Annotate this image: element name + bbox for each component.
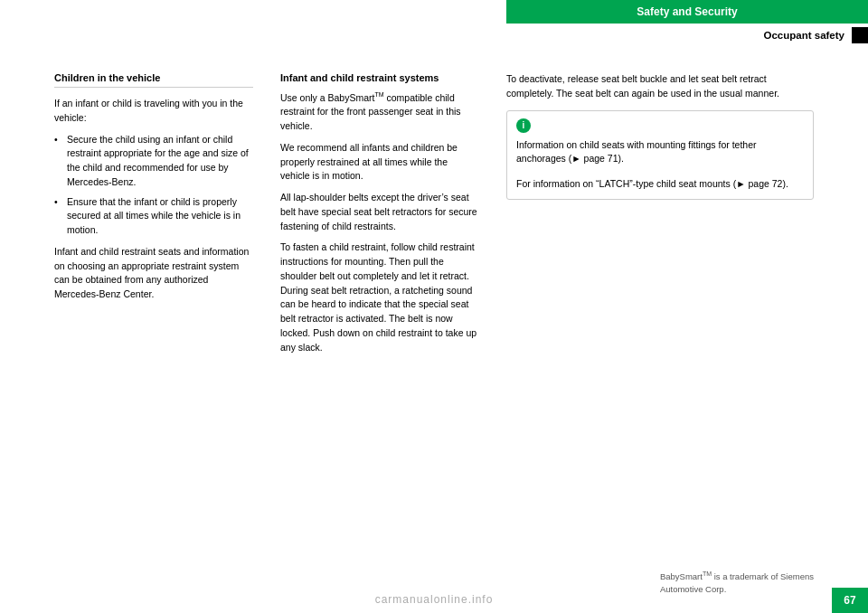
- footer-area: BabySmartTM is a trademark of Siemens Au…: [660, 570, 814, 595]
- trademark-sup: TM: [374, 91, 383, 98]
- left-column: Children in the vehicle If an infant or …: [54, 72, 253, 568]
- section-marker: [852, 27, 868, 43]
- info-text2: For information on “LATCH”-type child se…: [516, 177, 804, 192]
- section-title: Children in the vehicle: [54, 72, 253, 88]
- trademark-text: BabySmartTM is a trademark of Siemens: [660, 570, 814, 582]
- content-area: Children in the vehicle If an infant or …: [0, 72, 868, 568]
- info-icon: i: [516, 118, 531, 133]
- info-text1: Information on child seats with mounting…: [516, 138, 804, 167]
- occupant-safety-bar: Occupant safety: [506, 24, 868, 47]
- page-number: 67: [832, 588, 868, 613]
- trademark-text2: Automotive Corp.: [660, 583, 814, 595]
- header: Safety and Security Occupant safety: [506, 0, 868, 47]
- occupant-safety-label: Occupant safety: [764, 30, 852, 41]
- safety-security-bar: Safety and Security: [506, 0, 868, 24]
- watermark: carmanualonline.info: [375, 593, 494, 606]
- para3: All lap-shoulder belts except the driver…: [280, 191, 479, 233]
- right-column: To deactivate, release seat belt buckle …: [506, 72, 814, 568]
- trademark-footer-sup: TM: [703, 571, 712, 577]
- list-item: Ensure that the infant or child is prope…: [54, 195, 253, 238]
- footer-text: Infant and child restraint seats and inf…: [54, 245, 253, 302]
- info-box: i Information on child seats with mounti…: [506, 110, 814, 200]
- list-item: Secure the child using an infant or chil…: [54, 133, 253, 190]
- safety-security-label: Safety and Security: [637, 5, 737, 18]
- right-para1: To deactivate, release seat belt buckle …: [506, 72, 814, 101]
- middle-column: Infant and child restraint systems Use o…: [280, 72, 479, 568]
- intro-text: If an infant or child is traveling with …: [54, 97, 253, 126]
- bullet-list: Secure the child using an infant or chil…: [54, 133, 253, 238]
- para4: To fasten a child restraint, follow chil…: [280, 240, 479, 354]
- subsection-title: Infant and child restraint systems: [280, 72, 479, 83]
- para2: We recommend all infants and children be…: [280, 141, 479, 184]
- para1: Use only a BabySmartTM compatible child …: [280, 90, 479, 134]
